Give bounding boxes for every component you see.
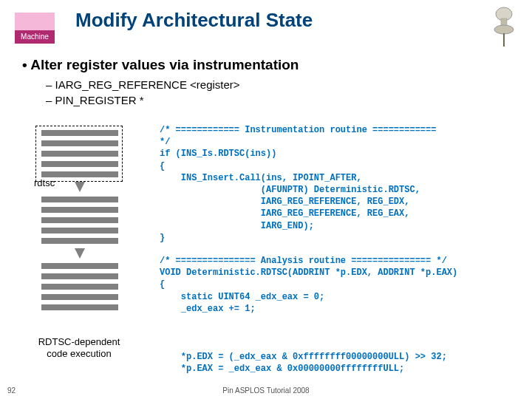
bar bbox=[41, 273, 118, 279]
logo-bottom: Machine bbox=[15, 30, 55, 44]
code-analysis: /* =============== Analysis routine ====… bbox=[160, 255, 457, 315]
footer-text: Pin ASPLOS Tutorial 2008 bbox=[0, 386, 532, 395]
bar bbox=[41, 238, 118, 244]
diagram-caption: RDTSC-dependent code execution bbox=[24, 336, 134, 359]
rdtsc-label: rdtsc bbox=[34, 177, 55, 188]
code-assign: *p.EDX = (_edx_eax & 0xffffffff00000000U… bbox=[160, 351, 447, 375]
bar bbox=[41, 228, 118, 233]
sub-bullets: – IARG_REG_REFERENCE <register> – PIN_RE… bbox=[46, 77, 240, 108]
stack-top: rdtsc bbox=[28, 130, 132, 177]
bar bbox=[41, 284, 118, 290]
stack-bottom bbox=[28, 263, 132, 310]
stack-middle bbox=[28, 197, 132, 244]
arrow-icon bbox=[75, 248, 85, 259]
sub-bullet-1: – IARG_REG_REFERENCE <register> bbox=[46, 77, 240, 92]
bar bbox=[41, 294, 118, 300]
pushpin-icon bbox=[489, 4, 519, 48]
sub-bullet-2: – PIN_REGISTER * bbox=[46, 92, 240, 108]
bar bbox=[41, 197, 118, 202]
code-instrumentation: /* ============ Instrumentation routine … bbox=[160, 124, 436, 244]
logo: Machine bbox=[15, 13, 55, 44]
bar bbox=[41, 207, 118, 213]
svg-point-2 bbox=[494, 25, 514, 34]
arrow-icon bbox=[75, 182, 85, 192]
bar bbox=[41, 304, 118, 310]
main-bullet: • Alter register values via instrumentat… bbox=[22, 57, 299, 73]
bar bbox=[41, 217, 118, 223]
logo-top bbox=[15, 13, 55, 30]
dashed-box bbox=[35, 126, 123, 182]
bar bbox=[41, 263, 118, 269]
diagram: rdtsc bbox=[28, 126, 132, 315]
slide-title: Modify Architectural State bbox=[75, 9, 313, 32]
